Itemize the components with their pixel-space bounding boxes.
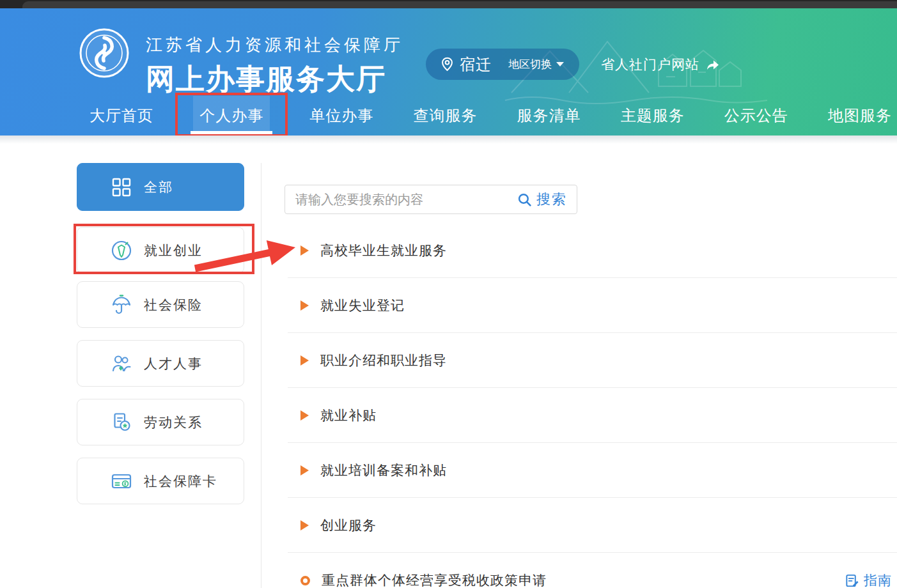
sidebar-item-all[interactable]: 全部	[77, 163, 244, 211]
portal-link-label: 省人社门户网站	[601, 56, 699, 74]
site-header: 江苏省人力资源和社会保障厅 网上办事服务大厅 宿迁 地区切换 省人社门户网站 大…	[0, 8, 897, 135]
service-label: 高校毕业生就业服务	[320, 242, 447, 259]
service-label: 就业培训备案和补贴	[320, 461, 447, 479]
sidebar-item-social-card[interactable]: 社会保障卡	[77, 458, 244, 504]
category-sidebar: 全部 就业创业 社会保险 人才人事	[77, 163, 244, 516]
service-label: 就业失业登记	[320, 297, 405, 314]
service-row-unemployment-register[interactable]: 就业失业登记	[288, 278, 897, 333]
sidebar-item-label: 社会保障卡	[144, 472, 217, 490]
nav-item-service-list[interactable]: 服务清单	[517, 96, 581, 135]
sidebar-item-employment[interactable]: 就业创业	[77, 227, 244, 274]
nav-item-map[interactable]: 地图服务	[828, 96, 892, 135]
service-row-startup-service[interactable]: 创业服务	[288, 498, 897, 553]
triangle-bullet-icon	[300, 465, 309, 476]
service-row-graduate[interactable]: 高校毕业生就业服务	[288, 223, 897, 278]
service-label: 职业介绍和职业指导	[320, 352, 447, 369]
service-label: 创业服务	[320, 516, 377, 534]
sidebar-item-label: 全部	[144, 178, 173, 196]
people-icon	[111, 353, 132, 375]
umbrella-icon	[111, 294, 132, 316]
search-icon	[517, 192, 532, 207]
sidebar-item-labor-relations[interactable]: 劳动关系	[77, 399, 244, 445]
nav-item-personal-label: 个人办事	[199, 107, 263, 124]
triangle-bullet-icon	[300, 410, 309, 421]
agency-logo	[79, 27, 130, 79]
nav-item-unit[interactable]: 单位办事	[309, 96, 373, 135]
browser-chrome-edge	[0, 0, 897, 8]
circle-bullet-icon	[300, 576, 310, 585]
nav-item-announcement[interactable]: 公示公告	[724, 96, 788, 135]
service-label: 就业补贴	[320, 406, 377, 424]
triangle-bullet-icon	[300, 520, 309, 530]
sidebar-item-social-insurance[interactable]: 社会保险	[77, 281, 244, 328]
header-shadow	[0, 135, 897, 144]
tie-badge-icon	[111, 240, 132, 261]
social-card-icon	[111, 470, 132, 492]
main-navigation: 大厅首页 个人办事 单位办事 查询服务 服务清单 主题服务 公示公告 地图服务	[90, 96, 892, 135]
sidebar-item-talent[interactable]: 人才人事	[77, 340, 244, 387]
agency-name: 江苏省人力资源和社会保障厅	[146, 34, 403, 56]
service-row-tax-policy[interactable]: 重点群体个体经营享受税收政策申请 指南	[288, 553, 897, 588]
search-button[interactable]: 搜索	[513, 190, 577, 209]
guide-document-icon	[845, 573, 859, 588]
nav-item-home[interactable]: 大厅首页	[90, 96, 153, 135]
brand-block: 江苏省人力资源和社会保障厅 网上办事服务大厅	[146, 34, 403, 98]
location-pin-icon	[441, 57, 453, 72]
sidebar-item-label: 人才人事	[144, 355, 203, 373]
region-switch-button[interactable]: 地区切换	[508, 57, 564, 72]
triangle-bullet-icon	[300, 300, 309, 311]
browser-tab-strip	[22, 1, 897, 8]
chevron-down-icon	[556, 62, 564, 66]
site-title: 网上办事服务大厅	[146, 60, 403, 98]
service-row-employment-subsidy[interactable]: 就业补贴	[288, 388, 897, 443]
document-star-icon	[111, 412, 132, 433]
triangle-bullet-icon	[300, 355, 309, 366]
content-divider	[261, 163, 261, 588]
service-label: 重点群体个体经营享受税收政策申请	[322, 571, 547, 588]
guide-link[interactable]: 指南	[845, 571, 892, 588]
current-city: 宿迁	[460, 54, 492, 75]
location-pill: 宿迁 地区切换	[426, 49, 579, 80]
external-link-icon	[705, 58, 721, 72]
nav-item-theme[interactable]: 主题服务	[621, 96, 685, 135]
search-bar: 搜索	[285, 185, 577, 214]
nav-item-query[interactable]: 查询服务	[413, 96, 477, 135]
service-list: 高校毕业生就业服务 就业失业登记 职业介绍和职业指导 就业补贴 就业培训备案和补…	[288, 223, 897, 588]
guide-link-label: 指南	[864, 571, 892, 588]
service-row-training-subsidy[interactable]: 就业培训备案和补贴	[288, 443, 897, 498]
sidebar-item-label: 就业创业	[144, 242, 203, 259]
search-button-label: 搜索	[536, 190, 567, 209]
sidebar-item-label: 社会保险	[144, 296, 203, 314]
nav-item-personal[interactable]: 个人办事	[193, 96, 270, 135]
service-row-career-guidance[interactable]: 职业介绍和职业指导	[288, 333, 897, 388]
triangle-bullet-icon	[300, 245, 309, 256]
grid-icon	[111, 176, 132, 198]
sidebar-item-label: 劳动关系	[144, 414, 203, 431]
active-tab-underline	[191, 131, 272, 135]
region-switch-label: 地区切换	[508, 57, 552, 72]
service-panel: 搜索 高校毕业生就业服务 就业失业登记 职业介绍和职业指导 就业补贴 就业培训备…	[285, 185, 897, 588]
provincial-portal-link[interactable]: 省人社门户网站	[601, 56, 721, 74]
search-input[interactable]	[285, 192, 513, 207]
